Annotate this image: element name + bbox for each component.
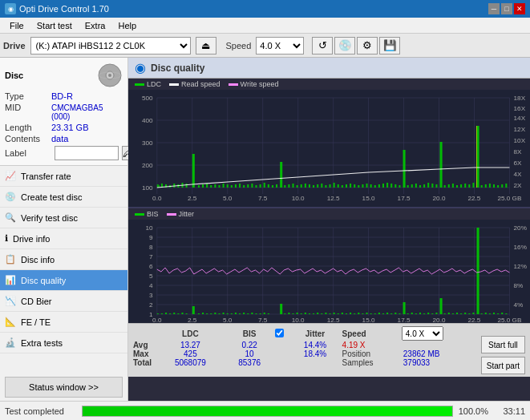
svg-text:25.0 GB: 25.0 GB xyxy=(497,317,521,323)
menu-file[interactable]: File xyxy=(3,19,30,32)
svg-rect-62 xyxy=(223,184,225,188)
refresh-button[interactable]: ↺ xyxy=(312,37,333,55)
svg-rect-106 xyxy=(403,150,406,188)
extra-tests-label: Extra tests xyxy=(21,338,63,348)
svg-text:17.5: 17.5 xyxy=(398,317,411,323)
write-legend: Write speed xyxy=(241,80,279,88)
svg-rect-98 xyxy=(370,184,372,188)
speed-select[interactable]: 4.0 X xyxy=(256,37,304,55)
svg-rect-248 xyxy=(444,313,446,314)
disc-panel-title: Disc xyxy=(5,71,23,80)
menu-start-test[interactable]: Start test xyxy=(30,19,79,32)
svg-rect-82 xyxy=(305,184,306,188)
svg-text:10X: 10X xyxy=(514,137,526,144)
nav-create-test-disc[interactable]: 💿 Create test disc xyxy=(0,187,127,208)
svg-rect-81 xyxy=(301,184,302,188)
cd-bier-icon: 📉 xyxy=(5,296,16,306)
svg-rect-182 xyxy=(161,313,163,314)
svg-rect-184 xyxy=(169,313,171,314)
svg-rect-83 xyxy=(309,184,310,188)
svg-rect-56 xyxy=(198,185,200,188)
svg-rect-226 xyxy=(354,313,355,314)
nav-menu: 📈 Transfer rate 💿 Create test disc 🔍 Ver… xyxy=(0,166,127,374)
total-ldc: 5068079 xyxy=(157,358,224,367)
svg-rect-235 xyxy=(390,313,392,314)
svg-rect-240 xyxy=(411,313,413,314)
start-full-button[interactable]: Start full xyxy=(481,336,525,353)
avg-ldc: 13.27 xyxy=(157,341,224,349)
nav-fe-te[interactable]: 📐 FE / TE xyxy=(0,312,127,333)
right-content: ◉ Disc quality LDC Read speed Write spee… xyxy=(128,58,530,401)
svg-rect-201 xyxy=(243,313,245,314)
svg-rect-192 xyxy=(206,313,208,314)
disc-info-icon: 📋 xyxy=(5,254,16,265)
svg-text:17.5: 17.5 xyxy=(398,195,411,202)
mid-value: CMCMAGBA5 (000) xyxy=(51,103,123,121)
nav-transfer-rate[interactable]: 📈 Transfer rate xyxy=(0,166,127,187)
svg-rect-189 xyxy=(192,306,195,314)
svg-rect-250 xyxy=(452,313,454,314)
nav-extra-tests[interactable]: 🔬 Extra tests xyxy=(0,333,127,353)
mid-field: MID xyxy=(5,103,51,112)
svg-text:6X: 6X xyxy=(514,160,523,167)
nav-verify-test-disc[interactable]: 🔍 Verify test disc xyxy=(0,208,127,228)
svg-rect-234 xyxy=(386,313,388,314)
svg-rect-188 xyxy=(186,313,188,314)
label-input[interactable] xyxy=(55,146,119,160)
menu-extra[interactable]: Extra xyxy=(79,19,112,32)
save-button[interactable]: 💾 xyxy=(379,37,400,55)
svg-rect-57 xyxy=(202,184,204,188)
start-part-button[interactable]: Start part xyxy=(481,357,525,374)
svg-rect-112 xyxy=(427,183,429,188)
nav-drive-info[interactable]: ℹ Drive info xyxy=(0,228,127,249)
svg-rect-185 xyxy=(173,313,175,314)
nav-disc-quality[interactable]: 📊 Disc quality xyxy=(0,270,127,291)
svg-rect-119 xyxy=(456,185,458,188)
svg-rect-103 xyxy=(390,184,392,188)
svg-rect-202 xyxy=(247,313,249,314)
main-content: Disc Type BD-R MID CMCMAGBA5 (000) Lengt… xyxy=(0,58,530,401)
svg-rect-59 xyxy=(210,185,212,188)
svg-rect-105 xyxy=(399,185,400,188)
svg-rect-54 xyxy=(186,184,188,188)
eject-button[interactable]: ⏏ xyxy=(196,37,216,55)
svg-rect-92 xyxy=(346,184,347,188)
minimize-button[interactable]: ─ xyxy=(488,3,500,14)
svg-text:0.0: 0.0 xyxy=(152,317,162,323)
jitter-checkbox[interactable] xyxy=(275,329,284,337)
svg-text:10.0: 10.0 xyxy=(292,317,305,323)
drive-info-icon: ℹ xyxy=(5,233,8,244)
speed-label: Speed xyxy=(226,41,252,50)
svg-rect-252 xyxy=(460,313,462,314)
svg-rect-74 xyxy=(272,185,273,188)
stats-area: LDC BIS Jitter Speed 4.0 X xyxy=(128,323,530,377)
drive-toolbar: Drive (K:) ATAPI iHBS112 2 CL0K ⏏ Speed … xyxy=(0,34,530,58)
transfer-rate-icon: 📈 xyxy=(5,171,16,181)
svg-rect-255 xyxy=(472,313,474,314)
disc-button[interactable]: 💿 xyxy=(334,37,355,55)
fe-te-label: FE / TE xyxy=(21,317,51,327)
nav-cd-bier[interactable]: 📉 CD Bier xyxy=(0,291,127,312)
ldc-header: LDC xyxy=(157,326,224,341)
speed-stats-select[interactable]: 4.0 X xyxy=(402,326,443,341)
svg-rect-228 xyxy=(362,313,363,314)
status-window-button[interactable]: Status window >> xyxy=(5,377,123,398)
menu-help[interactable]: Help xyxy=(111,19,143,32)
svg-rect-80 xyxy=(297,185,298,188)
drive-select[interactable]: (K:) ATAPI iHBS112 2 CL0K xyxy=(30,37,191,55)
maximize-button[interactable]: □ xyxy=(501,3,512,14)
svg-rect-245 xyxy=(431,313,433,314)
title-bar: ◉ Opti Drive Control 1.70 ─ □ ✕ xyxy=(0,0,530,18)
svg-text:2X: 2X xyxy=(514,182,523,189)
svg-rect-64 xyxy=(231,185,233,188)
nav-disc-info[interactable]: 📋 Disc info xyxy=(0,249,127,270)
svg-rect-256 xyxy=(477,228,479,314)
settings-button[interactable]: ⚙ xyxy=(357,37,378,55)
svg-text:6: 6 xyxy=(149,263,153,270)
close-button[interactable]: ✕ xyxy=(514,3,525,14)
svg-rect-208 xyxy=(280,304,282,314)
svg-text:7.5: 7.5 xyxy=(258,195,268,202)
svg-rect-233 xyxy=(382,313,384,314)
jitter-legend: Jitter xyxy=(179,210,195,218)
svg-text:8%: 8% xyxy=(514,282,524,289)
